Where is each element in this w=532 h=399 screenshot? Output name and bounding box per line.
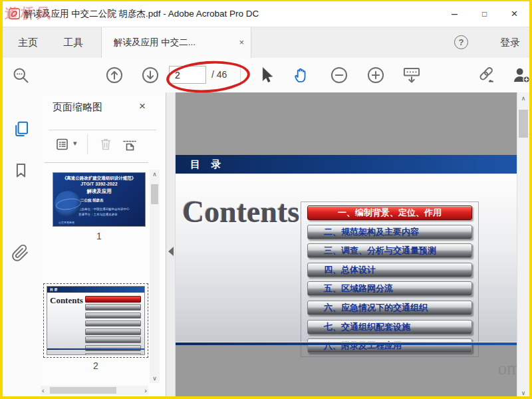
pdf-page-2: 目 录 Contents 一、编制背景、定位、作用 二、规范架构及主要内容 三、… [176, 155, 517, 345]
site-watermark-bottom: om [497, 358, 517, 379]
thumb1-title: 《高速公路改扩建交通组织设计规范》 [53, 176, 145, 182]
document-vertical-scrollbar[interactable]: ∧ ∨ [517, 92, 529, 396]
tab-bar: 主页 工具 解读及应用 中交二... × ? 登录 [3, 27, 529, 58]
acrobat-window: 解读及应用 中交二公院 胡彦杰.pdf - Adobe Acrobat Pro … [0, 0, 532, 399]
globe-image [55, 191, 81, 217]
thumb2-bar [85, 353, 141, 355]
page-number-input[interactable] [169, 66, 206, 84]
minimize-button[interactable]: – [440, 1, 469, 27]
scroll-down-icon[interactable]: ∨ [150, 375, 160, 382]
scroll-up-icon[interactable]: ∧ [517, 95, 529, 102]
page-total-label: / 46 [211, 66, 227, 84]
slide-body: Contents 一、编制背景、定位、作用 二、规范架构及主要内容 三、调查、分… [176, 174, 517, 342]
thumbnail-list-divider [45, 162, 148, 163]
next-page-icon[interactable] [141, 66, 160, 84]
slide-header-bar: 目 录 [176, 155, 517, 174]
thumb1-platform: 直播平台：土木与交通大讲堂 [78, 213, 118, 216]
hand-tool-icon[interactable] [293, 66, 311, 84]
contents-item-3: 三、调查、分析与交通量预测 [307, 243, 472, 258]
thumb2-bar [85, 336, 141, 343]
attachments-icon[interactable] [12, 244, 30, 262]
slide-header-text: 目 录 [190, 155, 225, 174]
page-thumbnails-panel: 页面缩略图 × ▾ 《高速公路改扩建交通组织设计规范》 JTG/T 3392-2… [39, 92, 166, 396]
sign-in-button[interactable]: 登录 [500, 27, 520, 58]
contents-item-8: 八、附录及工程应用 [307, 338, 472, 353]
thumb2-footer-line [47, 348, 144, 350]
window-controls: – □ × [440, 1, 529, 27]
split-page-icon[interactable] [122, 136, 138, 152]
panel-horizontal-scrollbar[interactable]: ‹ › [41, 386, 148, 395]
thumb2-item-bars [85, 296, 141, 355]
thumb2-bar [85, 313, 141, 319]
share-with-people-icon[interactable] [512, 66, 531, 84]
document-scrollbar-thumb[interactable] [519, 110, 528, 138]
thumb1-slogan: 让世界更畅通 [59, 221, 74, 224]
thumb2-bar [85, 321, 141, 327]
tab-document[interactable]: 解读及应用 中交二... × [101, 27, 251, 58]
thumbnail-2-page-number: 2 [43, 360, 148, 371]
thumb1-code: JTG/T 3392-2022 [53, 182, 145, 186]
tab-home[interactable]: 主页 [8, 27, 48, 58]
panel-toolbar-separator [87, 134, 88, 154]
maximize-button[interactable]: □ [469, 1, 499, 27]
thumb2-header: 目 录 [47, 287, 144, 293]
share-link-icon[interactable] [477, 66, 496, 84]
thumbnail-page-2-selection[interactable]: 目 录 Contents [43, 283, 148, 358]
scroll-up-icon[interactable]: ∧ [150, 171, 160, 178]
window-title: 解读及应用 中交二公院 胡彦杰.pdf - Adobe Acrobat Pro … [24, 1, 259, 27]
tab-document-label: 解读及应用 中交二... [114, 27, 196, 58]
titlebar: 解读及应用 中交二公院 胡彦杰.pdf - Adobe Acrobat Pro … [3, 1, 529, 27]
contents-item-4: 四、总体设计 [307, 263, 472, 277]
search-icon[interactable] [11, 66, 30, 84]
panel-close-icon[interactable]: × [139, 100, 146, 113]
panel-title: 页面缩略图 [53, 101, 102, 114]
close-button[interactable]: × [499, 1, 529, 27]
toolbar: / 46 [3, 58, 529, 93]
panel-divider [49, 130, 156, 130]
toolbar-separator [240, 63, 241, 87]
acrobat-pdf-icon [9, 8, 20, 19]
thumb2-bar [85, 304, 141, 311]
scroll-left-icon[interactable]: ‹ [42, 386, 45, 395]
panel-hscrollbar-thumb[interactable] [50, 387, 116, 394]
collapse-panel-icon[interactable] [168, 247, 174, 256]
tab-close-icon[interactable]: × [239, 27, 244, 58]
thumb2-contents-title: Contents [50, 295, 83, 306]
thumbnail-page-1[interactable]: 《高速公路改扩建交通组织设计规范》 JTG/T 3392-2022 解读及应用 … [53, 172, 146, 227]
slide-footer-line [176, 342, 517, 345]
help-icon[interactable]: ? [454, 35, 468, 49]
select-tool-icon[interactable] [257, 66, 275, 84]
thumbnail-options-icon[interactable] [55, 136, 71, 152]
contents-item-7: 七、交通组织配套设施 [307, 320, 472, 334]
bookmarks-icon[interactable] [12, 162, 30, 180]
contents-item-5: 五、区域路网分流 [307, 281, 472, 296]
page-thumbnails-icon[interactable] [12, 120, 30, 138]
contents-title: Contents [182, 194, 299, 229]
fit-width-icon[interactable] [402, 66, 421, 84]
options-caret-icon[interactable]: ▾ [73, 139, 77, 148]
panel-vertical-scrollbar[interactable]: ∧ ∨ [150, 170, 160, 383]
contents-list: 一、编制背景、定位、作用 二、规范架构及主要内容 三、调查、分析与交通量预测 四… [301, 201, 479, 357]
thumb2-bar [85, 329, 141, 335]
thumb1-organizer: 主办单位：中国交通运输协会培训中心 [78, 207, 130, 211]
contents-item-2: 二、规范架构及主要内容 [307, 225, 472, 239]
delete-pages-icon [98, 136, 114, 152]
thumbnail-1-page-number: 1 [53, 231, 146, 241]
document-canvas[interactable]: 目 录 Contents 一、编制背景、定位、作用 二、规范架构及主要内容 三、… [176, 92, 517, 396]
previous-page-icon[interactable] [105, 66, 124, 84]
thumbnail-page-2[interactable]: 目 录 Contents [47, 286, 145, 355]
scroll-right-icon[interactable]: › [144, 386, 147, 395]
thumb2-bar [85, 296, 141, 303]
contents-item-1: 一、编制背景、定位、作用 [307, 205, 472, 220]
navigation-rail [3, 92, 40, 396]
zoom-in-icon[interactable] [366, 66, 385, 84]
contents-item-6: 六、应急情况下的交通组织 [307, 301, 472, 315]
scroll-down-icon[interactable]: ∨ [517, 390, 529, 396]
zoom-out-icon[interactable] [330, 66, 348, 84]
panel-divider-strip[interactable] [166, 92, 176, 396]
tab-tools[interactable]: 工具 [53, 27, 93, 58]
panel-scrollbar-thumb[interactable] [151, 184, 158, 204]
